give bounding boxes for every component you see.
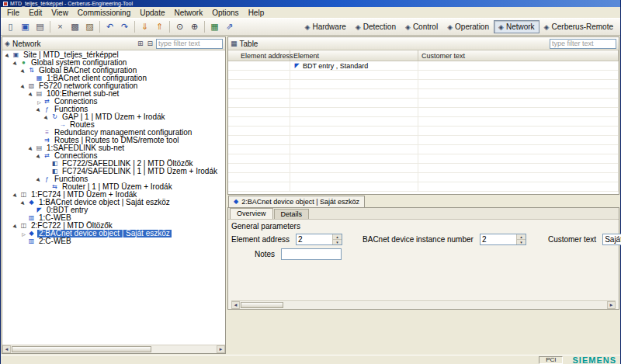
- scroll-right-icon[interactable]: ►: [607, 301, 616, 309]
- scroll-thumb[interactable]: [12, 346, 151, 352]
- undo-button[interactable]: ↶: [102, 20, 117, 34]
- redo-button[interactable]: ↷: [117, 20, 132, 34]
- tab-overview[interactable]: Overview: [230, 208, 273, 219]
- pci-indicator: PCI: [539, 356, 563, 364]
- scroll-track[interactable]: [284, 301, 607, 309]
- column-header-customer-text[interactable]: Customer text: [418, 50, 619, 61]
- scroll-left-icon[interactable]: ◄: [2, 345, 11, 353]
- cell-empty: [290, 127, 418, 135]
- menu-item-network[interactable]: Network: [169, 8, 207, 18]
- cell-empty: [228, 136, 290, 144]
- tree-node[interactable]: ▶▤1:SAFEDLINK sub-net: [2, 144, 225, 152]
- collapse-all-icon[interactable]: ⊟: [146, 40, 154, 47]
- download-button[interactable]: ⇓: [137, 20, 152, 34]
- toolbar-buttons: ▯▣▤×▩▨↶↷⇓⇑⊙⊕▦⇗: [3, 20, 237, 34]
- column-header-element[interactable]: Element: [290, 50, 418, 61]
- field-row-2: Notes: [231, 248, 616, 260]
- menu-item-commissioning[interactable]: Commissioning: [73, 8, 135, 18]
- menu-item-help[interactable]: Help: [244, 8, 269, 18]
- cut-button[interactable]: ×: [53, 20, 68, 34]
- new-document-icon: ▯: [8, 23, 12, 31]
- print-button[interactable]: ▤: [33, 20, 47, 34]
- task-label: Detection: [363, 23, 396, 31]
- cweb-icon: ▥: [27, 215, 36, 221]
- export-button[interactable]: ⇗: [222, 20, 237, 34]
- task-cerberus-remote[interactable]: ◈Cerberus-Remote: [539, 20, 618, 33]
- detail-hscrollbar[interactable]: ◄ ►: [231, 300, 616, 309]
- expand-expander-icon[interactable]: ▷: [20, 231, 27, 237]
- tab-details[interactable]: Details: [274, 209, 310, 219]
- task-label: Control: [413, 23, 438, 31]
- task-hardware[interactable]: ◈Hardware: [300, 20, 351, 33]
- scroll-right-icon[interactable]: ►: [217, 345, 225, 353]
- new-document-button[interactable]: ▯: [3, 20, 18, 34]
- table-row[interactable]: ◤BDT entry , Standard: [228, 61, 619, 71]
- spin-down-icon[interactable]: ▾: [517, 239, 526, 244]
- column-header-element-address[interactable]: Element address: [228, 50, 290, 61]
- zoom-in-button[interactable]: ⊕: [187, 20, 202, 34]
- cell-empty: [290, 173, 418, 182]
- table-button[interactable]: ▦: [207, 20, 222, 34]
- application-window: MTD_teljes_térképpel - Cerberus-Engineer…: [0, 0, 621, 364]
- network-hscrollbar[interactable]: ◄ ►: [2, 345, 225, 353]
- zoom-in-icon: ⊕: [191, 23, 198, 31]
- tree-node[interactable]: ▶◆1:BACnet device object | Saját eszköz: [2, 199, 225, 206]
- tree-node[interactable]: ◤0:BDT entry: [2, 206, 225, 214]
- task-control[interactable]: ◈Control: [401, 20, 442, 33]
- tree-node[interactable]: ◧FC724/SAFEDLINK | 1 | MTD Üzem + Irodák: [2, 168, 225, 175]
- scroll-thumb[interactable]: [241, 302, 283, 308]
- menu-item-view[interactable]: View: [47, 8, 73, 18]
- app-icon: [3, 2, 8, 6]
- table-filter-input[interactable]: [550, 39, 616, 49]
- connections-icon: ⇄: [43, 99, 51, 105]
- table-row-empty: [228, 145, 619, 154]
- tree-node[interactable]: ▶▤100:Ethernet sub-net: [2, 90, 225, 98]
- scroll-left-icon[interactable]: ◄: [231, 301, 240, 309]
- title-bar: MTD_teljes_térképpel - Cerberus-Engineer…: [1, 0, 620, 7]
- task-network[interactable]: ◈Network: [494, 20, 539, 33]
- tree-node[interactable]: ▶↻GAP | 1 | MTD Üzem + Irodák: [2, 113, 225, 121]
- menu-item-options[interactable]: Options: [207, 8, 243, 18]
- cell-empty: [418, 173, 619, 182]
- tree-node[interactable]: ▥2:C-WEB: [2, 237, 225, 245]
- save-button[interactable]: ▣: [18, 20, 33, 34]
- element-address-input[interactable]: [297, 234, 332, 244]
- spin-down-icon[interactable]: ▾: [333, 239, 342, 244]
- task-operation[interactable]: ◈Operation: [442, 20, 494, 33]
- cell-empty: [228, 117, 290, 126]
- task-label: Cerberus-Remote: [552, 23, 613, 31]
- cell-empty: [418, 154, 619, 163]
- network-tree: ▶▣Site | MTD_teljes_térképpel▶●Global sy…: [2, 50, 225, 345]
- network-filter-input[interactable]: [156, 39, 223, 49]
- customer-text-label: Customer text: [548, 235, 596, 244]
- tree-node[interactable]: ▷◆2:BACnet device object | Saját eszköz: [2, 230, 225, 237]
- task-detection[interactable]: ◈Detection: [351, 20, 401, 33]
- network-panel-header: ◈ Network ⊞ ⊟: [2, 37, 225, 50]
- table-row-empty: [228, 89, 619, 99]
- menu-item-edit[interactable]: Edit: [24, 8, 47, 18]
- copy-button[interactable]: ▩: [68, 20, 82, 34]
- element-address-label: Element address: [231, 235, 290, 244]
- search-button[interactable]: ⊙: [172, 20, 187, 34]
- bacnet-instance-input[interactable]: [480, 234, 516, 244]
- field-row-1: Element address ▴▾ BACnet device instanc…: [231, 234, 616, 245]
- customer-text-input[interactable]: [602, 234, 621, 245]
- task-label: Hardware: [312, 23, 345, 31]
- notes-input[interactable]: [281, 248, 342, 260]
- cell-empty: [290, 108, 418, 116]
- menu-item-update[interactable]: Update: [135, 8, 169, 18]
- scroll-track[interactable]: [152, 345, 217, 353]
- table-row-empty: [228, 117, 619, 127]
- expander-spacer: [28, 207, 35, 214]
- paste-button[interactable]: ▨: [82, 20, 97, 34]
- menu-item-file[interactable]: File: [2, 8, 24, 18]
- upload-button[interactable]: ⇑: [152, 20, 167, 34]
- cell-empty: [228, 71, 290, 79]
- expander-spacer: [43, 168, 50, 175]
- expand-all-icon[interactable]: ⊞: [137, 40, 144, 47]
- detail-tab[interactable]: ◆ 2:BACnet device object | Saját eszköz: [228, 196, 365, 207]
- bacnet-device-icon: ◆: [27, 231, 36, 237]
- tree-node[interactable]: ▷⇄Connections: [2, 98, 225, 106]
- download-icon: ⇓: [141, 23, 148, 31]
- cell-empty: [418, 136, 619, 144]
